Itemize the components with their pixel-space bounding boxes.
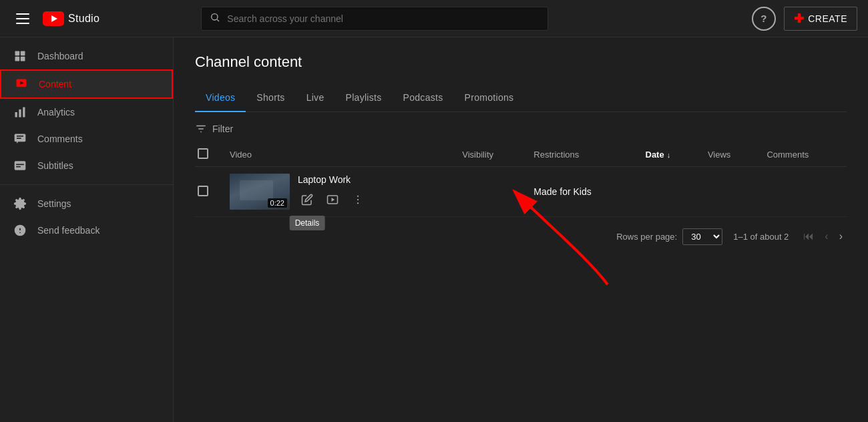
- th-restrictions: Restrictions: [525, 143, 637, 167]
- video-duration: 0:22: [268, 198, 287, 208]
- pagination-row: Rows per page: 30 50 100 1–1 of about 2 …: [195, 228, 847, 245]
- sidebar-item-analytics[interactable]: Analytics: [0, 99, 173, 126]
- settings-icon: [13, 197, 27, 210]
- row-date-cell: [638, 167, 700, 217]
- svg-marker-16: [17, 142, 19, 144]
- first-page-button[interactable]: ⏮: [799, 228, 818, 245]
- dashboard-icon: [13, 49, 27, 63]
- content-icon: [15, 77, 28, 91]
- filter-label[interactable]: Filter: [212, 124, 233, 134]
- next-page-button[interactable]: ›: [835, 228, 847, 245]
- tab-shorts[interactable]: Shorts: [246, 84, 295, 112]
- svg-point-30: [357, 199, 359, 200]
- sidebar-settings-label: Settings: [37, 198, 71, 209]
- svg-rect-6: [15, 57, 20, 61]
- sidebar-item-dashboard[interactable]: Dashboard: [0, 43, 173, 69]
- th-video: Video: [222, 143, 454, 167]
- sidebar-feedback-label: Send feedback: [37, 225, 99, 236]
- topbar: Studio ? ✚ CREATE: [0, 0, 868, 37]
- create-button[interactable]: ✚ CREATE: [784, 7, 857, 31]
- select-all-checkbox[interactable]: [198, 148, 208, 159]
- video-thumbnail: 0:22: [230, 174, 290, 210]
- svg-marker-28: [332, 198, 335, 202]
- filter-icon: [195, 123, 207, 135]
- studio-label: Studio: [68, 13, 99, 25]
- video-actions: Details: [298, 190, 367, 209]
- youtube-logo-icon: [43, 11, 64, 26]
- sidebar-dashboard-label: Dashboard: [37, 51, 83, 61]
- sidebar-item-content[interactable]: Content: [0, 69, 173, 99]
- sidebar-analytics-label: Analytics: [37, 107, 75, 118]
- topbar-left: Studio: [11, 8, 99, 29]
- video-table: Video Visibility Restrictions Date ↓: [195, 143, 847, 217]
- rows-per-page: Rows per page: 30 50 100: [616, 228, 722, 245]
- create-label: CREATE: [808, 13, 847, 24]
- table-header-row: Video Visibility Restrictions Date ↓: [195, 143, 847, 167]
- th-date[interactable]: Date ↓: [638, 143, 700, 167]
- sidebar-item-feedback[interactable]: Send feedback: [0, 217, 173, 244]
- row-restrictions-cell: Made for Kids: [525, 167, 637, 217]
- hamburger-menu[interactable]: [11, 8, 35, 29]
- page-info: 1–1 of about 2: [733, 232, 789, 242]
- th-select-all[interactable]: [195, 143, 222, 167]
- row-restrictions: Made for Kids: [533, 186, 591, 197]
- row-checkbox-cell[interactable]: [195, 167, 222, 217]
- sidebar-subtitles-label: Subtitles: [37, 160, 73, 171]
- row-views-cell: [700, 167, 759, 217]
- row-comments-cell: [758, 167, 847, 217]
- th-visibility: Visibility: [454, 143, 525, 167]
- prev-page-button[interactable]: ‹: [821, 228, 832, 245]
- video-info: Laptop Work: [298, 174, 367, 209]
- more-options-button[interactable]: [349, 190, 367, 209]
- help-button[interactable]: ?: [752, 7, 776, 31]
- page-title: Channel content: [195, 53, 847, 71]
- svg-point-29: [357, 196, 359, 197]
- tab-live[interactable]: Live: [296, 84, 335, 112]
- logo-area: Studio: [43, 11, 99, 26]
- sidebar-item-settings[interactable]: Settings: [0, 190, 173, 217]
- video-cell: 0:22 Laptop Work: [230, 174, 446, 210]
- svg-rect-17: [15, 161, 26, 170]
- svg-point-2: [212, 14, 218, 20]
- main-layout: Dashboard Content Analytics: [0, 37, 868, 422]
- rows-per-page-label: Rows per page:: [616, 232, 677, 242]
- content-area: Channel content Videos Shorts Live Playl…: [174, 37, 868, 422]
- tab-playlists[interactable]: Playlists: [335, 84, 393, 112]
- tabs-bar: Videos Shorts Live Playlists Podcasts Pr…: [195, 84, 847, 112]
- feedback-icon: [13, 224, 27, 237]
- svg-rect-10: [15, 112, 17, 118]
- row-video-cell: 0:22 Laptop Work: [222, 167, 454, 217]
- subtitles-icon: [13, 159, 27, 172]
- sidebar: Dashboard Content Analytics: [0, 37, 174, 422]
- sidebar-comments-label: Comments: [37, 134, 83, 144]
- sidebar-item-comments[interactable]: Comments: [0, 126, 173, 152]
- search-input[interactable]: [227, 13, 539, 24]
- tab-promotions[interactable]: Promotions: [454, 84, 525, 112]
- view-video-button[interactable]: [323, 190, 342, 209]
- tab-videos[interactable]: Videos: [195, 84, 246, 112]
- topbar-right: ? ✚ CREATE: [752, 7, 857, 31]
- edit-details-button[interactable]: [298, 190, 316, 209]
- create-plus-icon: ✚: [794, 11, 805, 26]
- svg-rect-11: [19, 110, 21, 118]
- row-visibility-cell: [454, 167, 525, 217]
- svg-rect-7: [21, 57, 25, 61]
- svg-rect-5: [21, 51, 25, 56]
- filter-row: Filter: [195, 123, 847, 135]
- sort-arrow-icon: ↓: [667, 151, 671, 159]
- row-checkbox[interactable]: [198, 186, 208, 196]
- sidebar-content-label: Content: [39, 79, 71, 89]
- svg-rect-4: [15, 51, 20, 56]
- tab-podcasts[interactable]: Podcasts: [393, 84, 454, 112]
- search-bar[interactable]: [201, 7, 548, 31]
- analytics-icon: [13, 106, 27, 119]
- svg-point-31: [357, 202, 359, 204]
- video-title: Laptop Work: [298, 174, 367, 185]
- rows-per-page-select[interactable]: 30 50 100: [682, 228, 722, 245]
- th-comments: Comments: [758, 143, 847, 167]
- svg-point-23: [19, 232, 21, 234]
- th-views: Views: [700, 143, 759, 167]
- sidebar-item-subtitles[interactable]: Subtitles: [0, 152, 173, 179]
- comments-icon: [13, 132, 27, 146]
- sidebar-divider: [0, 184, 173, 185]
